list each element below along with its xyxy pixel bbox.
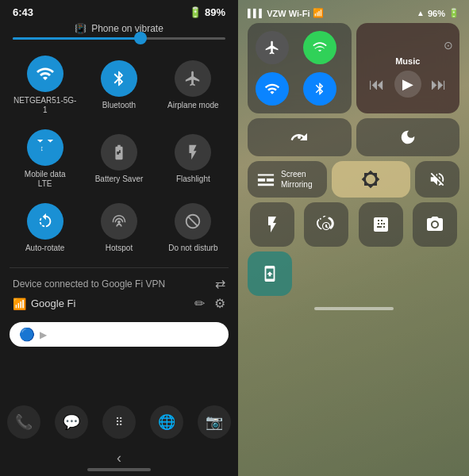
slider-thumb	[134, 32, 147, 44]
tile-wifi-label: NETGEAR51-5G-1	[13, 96, 77, 115]
ios-flashlight-tile[interactable]	[250, 202, 294, 247]
ios-music-title: Music	[395, 56, 420, 66]
ios-airplay-icon: ⊙	[444, 39, 453, 52]
google-icon: 🔵	[19, 327, 35, 342]
ios-wifi-btn[interactable]	[256, 72, 289, 106]
edit-network-icon[interactable]: ✏	[194, 296, 205, 311]
flashlight-icon-circle	[175, 134, 211, 171]
svg-point-1	[298, 136, 301, 139]
tile-battery-saver[interactable]: Battery Saver	[83, 123, 154, 194]
network-row: 📶 Google Fi ✏ ⚙	[13, 296, 225, 311]
nav-apps[interactable]: ⠿	[102, 405, 136, 439]
ios-calculator-tile[interactable]	[359, 202, 403, 247]
slider-track	[13, 37, 225, 40]
nav-camera[interactable]: 📷	[198, 405, 231, 439]
ios-home-pill	[314, 307, 394, 310]
ios-status-left: ▌▌▌ VZW Wi-Fi 📶	[248, 8, 324, 18]
vpn-row: Device connected to Google Fi VPN ⇄	[13, 276, 225, 291]
tile-battery-saver-label: Battery Saver	[95, 175, 144, 184]
ios-brightness-tile[interactable]	[332, 161, 411, 198]
airplane-icon-circle	[175, 60, 211, 97]
vibrate-label: Phone on vibrate	[91, 23, 163, 34]
tile-airplane[interactable]: Airplane mode	[158, 49, 229, 120]
tile-hotspot-label: Hotspot	[106, 244, 133, 253]
ios-row2	[244, 118, 463, 156]
ios-mute-tile[interactable]	[415, 161, 459, 198]
wifi-icon-circle	[27, 56, 63, 92]
ios-next-btn[interactable]: ⏭	[431, 75, 447, 94]
tile-wifi[interactable]: NETGEAR51-5G-1	[10, 49, 80, 120]
svg-text:↕: ↕	[40, 144, 44, 152]
ios-camera-tile[interactable]	[413, 202, 457, 247]
ios-status-right: ▲ 96% 🔋	[417, 8, 459, 18]
android-vibrate-row: 📳 Phone on vibrate	[0, 23, 238, 34]
ios-panel: ▌▌▌ VZW Wi-Fi 📶 ▲ 96% 🔋	[238, 0, 469, 476]
ios-remote-tile[interactable]	[248, 251, 292, 296]
ios-top-grid: ⊙ Music ⏮ ▶ ⏭	[244, 23, 463, 113]
ios-location-icon: ▲	[417, 9, 425, 17]
tile-airplane-label: Airplane mode	[167, 101, 218, 110]
ios-row3: ScreenMirroring	[244, 161, 463, 198]
tile-bluetooth-label: Bluetooth	[102, 101, 136, 110]
tile-bluetooth[interactable]: Bluetooth	[83, 49, 154, 120]
nav-chrome[interactable]: 🌐	[150, 405, 183, 439]
vpn-icon: ⇄	[215, 276, 225, 291]
mobile-icon-circle: ↕	[27, 129, 63, 166]
tile-hotspot[interactable]: Hotspot	[83, 197, 154, 258]
brightness-slider[interactable]	[0, 37, 238, 46]
slider-fill	[13, 37, 140, 40]
android-back-button[interactable]: ‹	[0, 447, 238, 468]
ios-carrier: VZW Wi-Fi	[267, 9, 309, 18]
signal-icon: 📶	[13, 298, 26, 310]
ios-content: ▌▌▌ VZW Wi-Fi 📶 ▲ 96% 🔋	[238, 0, 469, 313]
ios-connectivity-tile[interactable]	[248, 23, 352, 113]
ios-music-controls: ⏮ ▶ ⏭	[369, 71, 447, 98]
gesture-pill	[87, 468, 151, 471]
search-bar[interactable]: 🔵 ▶	[10, 322, 229, 347]
ios-cellular-btn[interactable]	[303, 31, 336, 64]
tile-dnd-label: Do not disturb	[168, 244, 217, 253]
tile-autorotate[interactable]: Auto-rotate	[10, 197, 80, 258]
ios-screen-mirroring-tile[interactable]: ScreenMirroring	[248, 161, 327, 198]
google-fi-section: Device connected to Google Fi VPN ⇄ 📶 Go…	[0, 271, 238, 316]
ios-play-btn[interactable]: ▶	[394, 71, 421, 98]
ios-row5	[244, 251, 463, 296]
network-name: 📶 Google Fi	[13, 298, 75, 310]
network-settings-icon[interactable]: ⚙	[214, 296, 225, 311]
tile-dnd[interactable]: Do not disturb	[158, 197, 229, 258]
nav-phone[interactable]: 📞	[7, 405, 40, 439]
tile-flashlight-label: Flashlight	[176, 175, 210, 184]
ios-prev-btn[interactable]: ⏮	[369, 75, 385, 94]
tile-mobile-label: Mobile dataLTE	[25, 170, 66, 189]
android-nav-bar: 📞 💬 ⠿ 🌐 📷	[0, 399, 238, 447]
tile-flashlight[interactable]: Flashlight	[158, 123, 229, 194]
vibrate-icon: 📳	[75, 23, 86, 34]
autorotate-icon-circle	[27, 203, 63, 240]
ios-wifi-icon: 📶	[313, 8, 324, 18]
network-actions: ✏ ⚙	[194, 296, 225, 311]
tile-autorotate-label: Auto-rotate	[25, 244, 64, 253]
dnd-icon-circle	[175, 203, 211, 240]
ios-row4	[244, 202, 463, 247]
ios-battery-icon: 🔋	[448, 8, 459, 18]
android-panel: 6:43 🔋 89% 📳 Phone on vibrate NETGEAR51-…	[0, 0, 238, 476]
hotspot-icon-circle	[101, 203, 137, 240]
ios-rotation-lock-tile[interactable]	[248, 118, 352, 156]
quick-tiles-grid: NETGEAR51-5G-1 Bluetooth Airplane mode	[0, 46, 238, 264]
tile-mobile[interactable]: ↕ Mobile dataLTE	[10, 123, 80, 194]
ios-bluetooth-btn[interactable]	[303, 72, 336, 106]
vpn-label: Device connected to Google Fi VPN	[13, 278, 165, 290]
ios-screen-mirroring-label: ScreenMirroring	[281, 169, 312, 190]
battery-saver-icon-circle	[101, 134, 137, 171]
search-icon-2: ▶	[40, 329, 47, 340]
nav-messages[interactable]: 💬	[55, 405, 88, 439]
ios-timer-tile[interactable]	[304, 202, 348, 247]
android-time: 6:43	[13, 6, 33, 18]
ios-battery-pct: 96%	[428, 9, 445, 18]
bluetooth-icon-circle	[101, 60, 137, 97]
ios-airplane-btn[interactable]	[256, 31, 289, 64]
ios-home-indicator	[244, 301, 463, 313]
ios-dnd-tile[interactable]	[356, 118, 460, 156]
ios-status-bar: ▌▌▌ VZW Wi-Fi 📶 ▲ 96% 🔋	[244, 5, 463, 23]
ios-music-tile[interactable]: ⊙ Music ⏮ ▶ ⏭	[356, 23, 460, 113]
